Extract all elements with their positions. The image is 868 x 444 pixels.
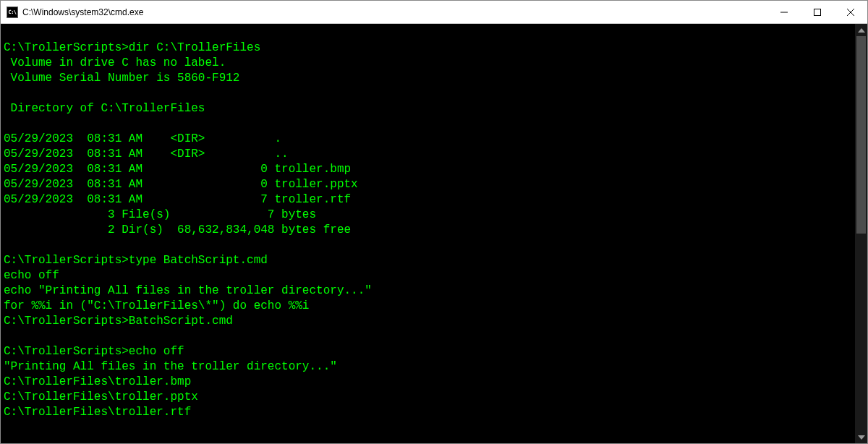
cmd-window: C:\ C:\Windows\system32\cmd.exe C:\Troll…	[0, 0, 868, 444]
scroll-down-arrow[interactable]	[855, 431, 867, 443]
cmd-icon: C:\	[7, 7, 18, 18]
maximize-button[interactable]	[801, 1, 834, 23]
window-title: C:\Windows\system32\cmd.exe	[22, 7, 767, 17]
titlebar[interactable]: C:\ C:\Windows\system32\cmd.exe	[1, 1, 867, 24]
window-controls	[767, 1, 867, 23]
scroll-track[interactable]	[855, 36, 867, 431]
scrollbar[interactable]	[855, 24, 867, 443]
close-button[interactable]	[834, 1, 867, 23]
terminal-output[interactable]: C:\TrollerScripts>dir C:\TrollerFiles Vo…	[1, 24, 855, 443]
svg-rect-1	[814, 9, 821, 15]
minimize-button[interactable]	[767, 1, 801, 23]
scroll-thumb[interactable]	[856, 36, 866, 234]
scroll-up-arrow[interactable]	[855, 24, 867, 36]
terminal-area: C:\TrollerScripts>dir C:\TrollerFiles Vo…	[1, 24, 867, 443]
